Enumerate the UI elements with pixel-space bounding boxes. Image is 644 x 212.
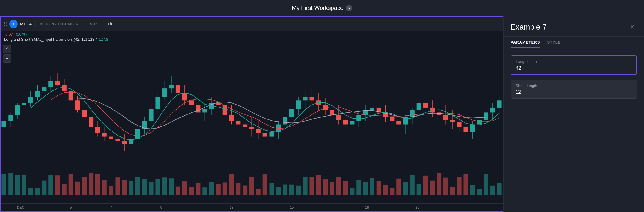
param-long-length: Long_length	[511, 55, 637, 75]
x-label-19: 19	[365, 206, 369, 210]
drag-handle[interactable]	[4, 22, 7, 26]
main-content: f META META PLATFORMS INC BATS 1h -0.07 …	[0, 16, 644, 212]
indicator-label-row: Long and Short SMAs_Input Parameters (42…	[4, 37, 499, 42]
price-change-value: -0.07	[4, 32, 13, 37]
chart-canvas	[1, 43, 503, 203]
indicator-val1: 123.4	[88, 37, 98, 42]
toolbar-separator-3	[102, 21, 102, 27]
toolbar-separator-1	[35, 21, 36, 27]
symbol-logo: f	[9, 20, 18, 28]
param-short-length: Short_length	[511, 80, 637, 99]
chart-controls: ⌃ +	[3, 45, 11, 63]
close-button[interactable]: ✕	[628, 22, 637, 32]
price-change-row: -0.07 · 0.04%	[4, 32, 499, 37]
x-label-13: 13	[230, 206, 233, 210]
indicator-val2: 127.8	[99, 37, 108, 42]
symbol-exchange: BATS	[89, 22, 98, 26]
short-length-input[interactable]	[516, 90, 632, 95]
x-label-5: 5	[70, 206, 72, 210]
side-panel-body: Long_length Short_length	[504, 48, 644, 212]
x-axis: DEC57913151921	[1, 203, 503, 211]
indicator-params: (42, 12)	[74, 37, 87, 42]
price-change-dot: ·	[14, 32, 16, 37]
timeframe-button[interactable]: 1h	[106, 21, 114, 27]
add-button[interactable]: +	[3, 54, 11, 63]
indicator-label-text: Long and Short SMAs_Input Parameters	[4, 37, 73, 42]
x-label-7: 7	[110, 206, 112, 210]
symbol-ticker[interactable]: META	[20, 21, 32, 26]
top-bar: My First Workspace	[0, 0, 644, 16]
short-length-label: Short_length	[516, 83, 632, 88]
chart-panel: f META META PLATFORMS INC BATS 1h -0.07 …	[0, 16, 503, 212]
long-length-input[interactable]	[516, 66, 632, 71]
chart-toolbar: f META META PLATFORMS INC BATS 1h	[1, 17, 503, 31]
indicator-info: -0.07 · 0.04% Long and Short SMAs_Input …	[1, 31, 503, 43]
symbol-full-name: META PLATFORMS INC	[39, 22, 81, 26]
workspace-dropdown-icon[interactable]	[346, 5, 352, 11]
workspace-title-container[interactable]: My First Workspace	[292, 5, 352, 11]
price-change-pct: 0.04%	[16, 32, 27, 37]
collapse-button[interactable]: ⌃	[3, 45, 11, 53]
long-length-label: Long_length	[516, 59, 632, 64]
side-panel-title: Example 7	[511, 23, 547, 32]
workspace-title-text: My First Workspace	[292, 5, 343, 11]
toolbar-separator-2	[85, 21, 85, 27]
chart-area: ⌃ +	[1, 43, 503, 203]
tab-parameters[interactable]: PARAMETERS	[511, 40, 540, 48]
x-label-15: 15	[290, 206, 294, 210]
side-panel: Example 7 ✕ PARAMETERS STYLE Long_length…	[503, 16, 644, 212]
x-label-dec: DEC	[17, 206, 24, 210]
side-panel-tabs: PARAMETERS STYLE	[504, 37, 644, 48]
side-panel-header: Example 7 ✕	[504, 16, 644, 37]
x-label-21: 21	[415, 206, 419, 210]
tab-style[interactable]: STYLE	[547, 40, 561, 48]
x-label-9: 9	[160, 206, 162, 210]
